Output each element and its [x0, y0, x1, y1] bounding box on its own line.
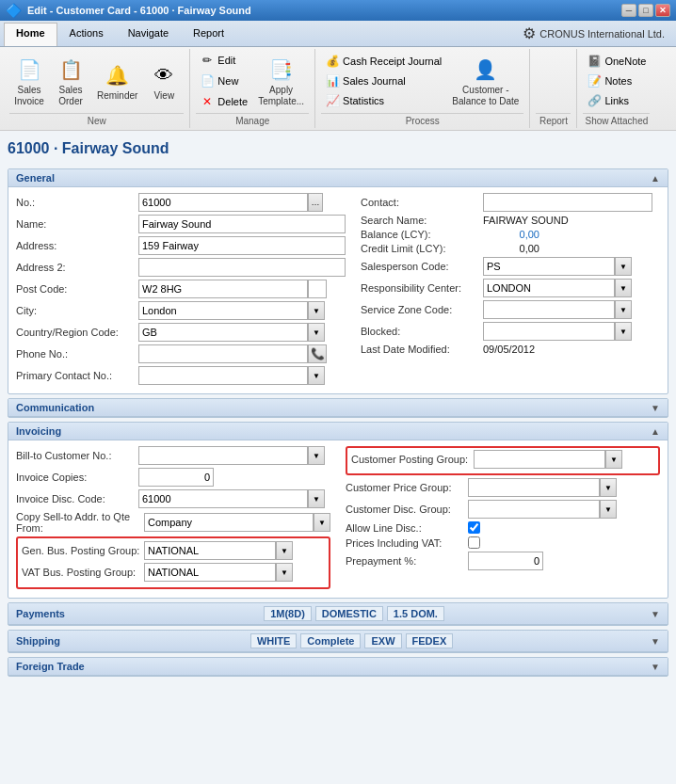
new-button[interactable]: 📄 New	[196, 72, 251, 90]
address-input[interactable]	[138, 236, 346, 255]
name-input[interactable]	[138, 215, 346, 233]
copy-sell-to-input[interactable]	[144, 513, 314, 532]
sales-journal-icon: 📊	[325, 73, 340, 88]
blocked-label: Blocked:	[361, 326, 483, 337]
bill-to-input[interactable]	[138, 446, 308, 465]
payments-section-header[interactable]: Payments 1M(8D) DOMESTIC 1.5 DOM. ▼	[8, 603, 668, 625]
allow-line-disc-checkbox[interactable]	[468, 521, 480, 534]
primary-contact-input[interactable]	[138, 366, 308, 385]
postcode-input[interactable]	[138, 280, 308, 298]
apply-template-button[interactable]: 📑 ApplyTemplate...	[253, 52, 309, 110]
service-zone-dropdown-icon[interactable]: ▼	[615, 300, 632, 319]
service-zone-input[interactable]	[483, 300, 615, 319]
shipping-section: Shipping WHITE Complete EXW FEDEX ▼	[8, 630, 668, 653]
search-name-value: FAIRWAY SOUND	[483, 215, 569, 226]
customer-disc-group-dropdown-icon[interactable]: ▼	[600, 500, 617, 519]
country-label: Country/Region Code:	[16, 327, 138, 338]
prices-including-vat-checkbox[interactable]	[468, 536, 480, 549]
reminder-icon: 🔔	[103, 60, 133, 90]
last-date-modified-label: Last Date Modified:	[361, 344, 483, 355]
sales-order-button[interactable]: 📋 SalesOrder	[51, 52, 90, 110]
balance-value: 0,00	[483, 229, 539, 240]
customer-balance-button[interactable]: 👤 Customer -Balance to Date	[447, 52, 523, 110]
vat-bus-posting-dropdown-icon[interactable]: ▼	[276, 563, 293, 582]
links-icon: 🔗	[587, 93, 602, 108]
new-group-label: New	[9, 113, 184, 126]
invoice-copies-label: Invoice Copies:	[16, 472, 138, 483]
window-controls[interactable]: ─ □ ✕	[621, 4, 670, 17]
tab-report[interactable]: Report	[181, 23, 236, 46]
primary-contact-dropdown-icon[interactable]: ▼	[308, 366, 325, 385]
statistics-label: Statistics	[343, 95, 384, 106]
view-button[interactable]: 👁 View	[144, 57, 184, 104]
edit-icon: ✏	[200, 53, 215, 68]
address2-input[interactable]	[138, 258, 346, 277]
responsibility-center-input[interactable]	[483, 279, 615, 297]
phone-label: Phone No.:	[16, 348, 138, 360]
highlighted-posting-group: Gen. Bus. Posting Group: ▼ VAT Bus. Post…	[16, 536, 330, 589]
salesperson-input[interactable]	[483, 257, 615, 276]
phone-icon-button[interactable]: 📞	[308, 344, 327, 363]
phone-input[interactable]	[138, 344, 308, 363]
minimize-button[interactable]: ─	[621, 4, 636, 17]
cash-receipt-journal-button[interactable]: 💰 Cash Receipt Journal	[321, 52, 445, 71]
maximize-button[interactable]: □	[638, 4, 653, 17]
close-button[interactable]: ✕	[655, 4, 670, 17]
postcode-select[interactable]	[308, 280, 327, 298]
customer-posting-group-input[interactable]	[474, 450, 605, 469]
blocked-input[interactable]	[483, 322, 615, 341]
reminder-button[interactable]: 🔔 Reminder	[92, 57, 142, 104]
communication-section-header[interactable]: Communication ▼	[8, 399, 668, 417]
sales-invoice-button[interactable]: 📄 SalesInvoice	[9, 52, 49, 110]
city-dropdown-icon[interactable]: ▼	[308, 301, 325, 320]
no-browse-button[interactable]: …	[308, 193, 323, 212]
country-dropdown-icon[interactable]: ▼	[308, 323, 325, 342]
customer-posting-group-label: Customer Posting Group:	[351, 454, 474, 465]
statistics-button[interactable]: 📈 Statistics	[321, 91, 445, 110]
blocked-dropdown-icon[interactable]: ▼	[615, 322, 632, 341]
copy-sell-to-dropdown-icon[interactable]: ▼	[314, 513, 330, 532]
tab-actions[interactable]: Actions	[57, 23, 116, 46]
foreign-trade-section-header[interactable]: Foreign Trade ▼	[8, 658, 668, 676]
delete-button[interactable]: ✕ Delete	[196, 92, 251, 111]
contact-input[interactable]	[483, 193, 652, 212]
tab-navigate[interactable]: Navigate	[116, 23, 181, 46]
invoicing-section-header[interactable]: Invoicing ▲	[8, 423, 668, 440]
tab-home[interactable]: Home	[4, 23, 57, 46]
credit-limit-value: 0,00	[483, 243, 539, 254]
customer-disc-group-input[interactable]	[468, 500, 600, 519]
invoice-copies-input[interactable]	[138, 468, 214, 487]
customer-posting-group-dropdown-icon[interactable]: ▼	[605, 450, 622, 469]
cash-receipt-journal-icon: 💰	[325, 54, 340, 69]
invoice-disc-code-input[interactable]	[138, 489, 308, 508]
prepayment-pct-input[interactable]	[468, 552, 543, 570]
invoice-disc-code-dropdown-icon[interactable]: ▼	[308, 489, 325, 508]
address2-label: Address 2:	[16, 262, 138, 273]
city-input[interactable]	[138, 301, 308, 320]
no-input[interactable]	[138, 193, 308, 212]
main-content: 61000 · Fairway Sound General ▲ No.: … N…	[0, 131, 676, 784]
country-input[interactable]	[138, 323, 308, 342]
payments-tag-2: DOMESTIC	[315, 606, 383, 621]
sales-journal-button[interactable]: 📊 Sales Journal	[321, 72, 445, 90]
ribbon-group-report: Report	[530, 49, 577, 128]
customer-price-group-input[interactable]	[468, 478, 600, 497]
gen-bus-posting-input[interactable]	[144, 541, 276, 560]
onenote-button[interactable]: 📓 OneNote	[583, 52, 650, 71]
gen-bus-posting-dropdown-icon[interactable]: ▼	[276, 541, 293, 560]
edit-button[interactable]: ✏ Edit	[196, 51, 251, 70]
bill-to-label: Bill-to Customer No.:	[16, 450, 138, 461]
bill-to-dropdown-icon[interactable]: ▼	[308, 446, 325, 465]
general-section-content: No.: … Name: Address: Address 2:	[8, 187, 668, 393]
notes-button[interactable]: 📝 Notes	[583, 72, 650, 90]
salesperson-dropdown-icon[interactable]: ▼	[615, 257, 632, 276]
primary-contact-label: Primary Contact No.:	[16, 370, 138, 381]
links-button[interactable]: 🔗 Links	[583, 91, 650, 110]
customer-balance-icon: 👤	[471, 55, 501, 85]
vat-bus-posting-input[interactable]	[144, 563, 276, 582]
responsibility-center-dropdown-icon[interactable]: ▼	[615, 279, 632, 297]
general-section-header[interactable]: General ▲	[8, 169, 668, 187]
allow-line-disc-label: Allow Line Disc.:	[346, 522, 468, 534]
shipping-section-header[interactable]: Shipping WHITE Complete EXW FEDEX ▼	[8, 631, 668, 652]
customer-price-group-dropdown-icon[interactable]: ▼	[600, 478, 617, 497]
